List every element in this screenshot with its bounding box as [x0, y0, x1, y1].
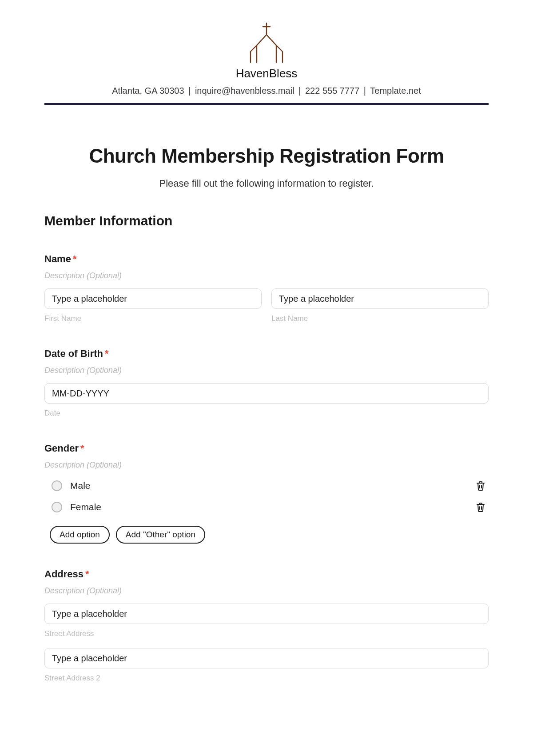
delete-option-button[interactable] — [474, 480, 487, 492]
field-label-gender: Gender* — [44, 443, 489, 454]
field-label-text: Date of Birth — [44, 348, 103, 359]
field-label-name: Name* — [44, 253, 489, 265]
sublabel-street-address-2: Street Address 2 — [44, 674, 489, 683]
sublabel-date: Date — [44, 409, 489, 418]
trash-icon — [476, 502, 485, 512]
separator: | — [364, 86, 366, 96]
field-label-text: Gender — [44, 443, 79, 454]
gender-option-label[interactable]: Male — [70, 480, 91, 491]
field-dob: Date of Birth* Description (Optional) Da… — [44, 348, 489, 418]
contact-line: Atlanta, GA 30303 | inquire@havenbless.m… — [44, 86, 489, 96]
add-other-option-button[interactable]: Add "Other" option — [116, 526, 205, 544]
field-label-text: Name — [44, 253, 71, 264]
contact-site: Template.net — [370, 86, 421, 96]
form-subtitle: Please fill out the following informatio… — [44, 178, 489, 189]
field-description[interactable]: Description (Optional) — [44, 586, 489, 596]
field-label-address: Address* — [44, 568, 489, 580]
field-label-dob: Date of Birth* — [44, 348, 489, 360]
separator: | — [298, 86, 301, 96]
contact-phone: 222 555 7777 — [305, 86, 359, 96]
form-title: Church Membership Registration Form — [44, 145, 489, 167]
required-asterisk: * — [85, 568, 89, 580]
field-name: Name* Description (Optional) First Name … — [44, 253, 489, 323]
first-name-input[interactable] — [44, 288, 262, 309]
radio-button[interactable] — [52, 502, 62, 512]
page-header: HavenBless Atlanta, GA 30303 | inquire@h… — [44, 22, 489, 105]
contact-email: inquire@havenbless.mail — [195, 86, 294, 96]
field-description[interactable]: Description (Optional) — [44, 366, 489, 375]
contact-address: Atlanta, GA 30303 — [112, 86, 184, 96]
required-asterisk: * — [105, 348, 109, 359]
gender-option-row: Female — [44, 496, 489, 518]
field-description[interactable]: Description (Optional) — [44, 460, 489, 470]
sublabel-first-name: First Name — [44, 314, 262, 323]
dob-input[interactable] — [44, 383, 489, 404]
section-title-member-info: Member Information — [44, 213, 489, 228]
street-address-input[interactable] — [44, 604, 489, 624]
radio-button[interactable] — [52, 480, 62, 491]
sublabel-street-address: Street Address — [44, 629, 489, 638]
field-address: Address* Description (Optional) Street A… — [44, 568, 489, 683]
field-description[interactable]: Description (Optional) — [44, 271, 489, 280]
required-asterisk: * — [80, 443, 84, 454]
separator: | — [188, 86, 191, 96]
field-label-text: Address — [44, 568, 84, 580]
add-option-button[interactable]: Add option — [50, 526, 110, 544]
street-address-2-input[interactable] — [44, 648, 489, 668]
trash-icon — [476, 480, 485, 491]
sublabel-last-name: Last Name — [271, 314, 489, 323]
brand-name: HavenBless — [236, 67, 298, 80]
gender-option-row: Male — [44, 475, 489, 496]
delete-option-button[interactable] — [474, 501, 487, 513]
required-asterisk: * — [73, 253, 77, 264]
last-name-input[interactable] — [271, 288, 489, 309]
field-gender: Gender* Description (Optional) Male Fema… — [44, 443, 489, 544]
church-icon — [244, 22, 289, 63]
gender-option-label[interactable]: Female — [70, 502, 101, 512]
